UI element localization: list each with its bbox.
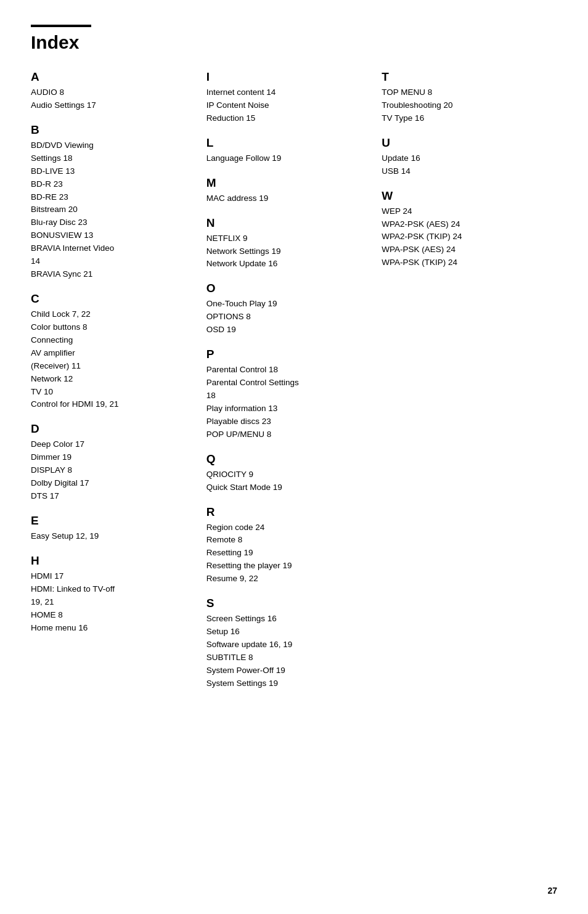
- section-q: QQRIOCITY 9Quick Start Mode 19: [206, 452, 370, 494]
- section-items: HDMI 17HDMI: Linked to TV-off19, 21HOME …: [31, 570, 194, 635]
- index-entry: 19, 21: [31, 596, 194, 609]
- index-entry: Screen Settings 16: [206, 613, 370, 626]
- section-items: BD/DVD ViewingSettings 18BD-LIVE 13BD-R …: [31, 139, 194, 281]
- index-entry: WEP 24: [382, 205, 545, 218]
- section-items: Deep Color 17Dimmer 19DISPLAY 8Dolby Dig…: [31, 438, 194, 503]
- index-entry: Bitstream 20: [31, 203, 194, 216]
- section-items: Easy Setup 12, 19: [31, 530, 194, 543]
- section-u: UUpdate 16USB 14: [382, 136, 545, 178]
- index-entry: Playable discs 23: [206, 415, 370, 428]
- index-entry: BD-R 23: [31, 178, 194, 191]
- section-letter: T: [382, 70, 545, 84]
- index-entry: POP UP/MENU 8: [206, 428, 370, 441]
- index-entry: (Receiver) 11: [31, 360, 194, 373]
- index-entry: HDMI: Linked to TV-off: [31, 583, 194, 596]
- section-items: Internet content 14IP Content NoiseReduc…: [206, 86, 370, 125]
- section-items: Child Lock 7, 22Color buttons 8Connectin…: [31, 308, 194, 411]
- index-entry: SUBTITLE 8: [206, 651, 370, 664]
- index-entry: NETFLIX 9: [206, 232, 370, 245]
- section-letter: U: [382, 136, 545, 150]
- index-entry: Parental Control Settings: [206, 377, 370, 390]
- index-entry: BRAVIA Sync 21: [31, 268, 194, 281]
- section-b: BBD/DVD ViewingSettings 18BD-LIVE 13BD-R…: [31, 123, 194, 281]
- section-letter: W: [382, 189, 545, 203]
- index-entry: Play information 13: [206, 402, 370, 415]
- section-t: TTOP MENU 8Troubleshooting 20TV Type 16: [382, 70, 545, 125]
- index-entry: AUDIO 8: [31, 86, 194, 99]
- index-entry: Network 12: [31, 373, 194, 386]
- section-letter: A: [31, 70, 194, 84]
- index-entry: Settings 18: [31, 152, 194, 165]
- section-c: CChild Lock 7, 22Color buttons 8Connecti…: [31, 292, 194, 411]
- index-entry: Troubleshooting 20: [382, 99, 545, 112]
- section-n: NNETFLIX 9Network Settings 19Network Upd…: [206, 216, 370, 271]
- index-entry: Connecting: [31, 334, 194, 347]
- index-entry: WPA2-PSK (TKIP) 24: [382, 231, 545, 243]
- section-p: PParental Control 18Parental Control Set…: [206, 348, 370, 441]
- index-entry: BONUSVIEW 13: [31, 229, 194, 242]
- section-e: EEasy Setup 12, 19: [31, 514, 194, 543]
- section-items: AUDIO 8Audio Settings 17: [31, 86, 194, 112]
- section-letter: B: [31, 123, 194, 137]
- index-entry: Update 16: [382, 152, 545, 165]
- index-entry: WPA2-PSK (AES) 24: [382, 218, 545, 231]
- section-items: QRIOCITY 9Quick Start Mode 19: [206, 468, 370, 494]
- section-letter: C: [31, 292, 194, 306]
- section-letter: H: [31, 554, 194, 568]
- index-entry: Dimmer 19: [31, 451, 194, 464]
- section-letter: L: [206, 136, 370, 150]
- index-entry: Setup 16: [206, 626, 370, 639]
- index-entry: Home menu 16: [31, 622, 194, 635]
- index-entry: Remote 8: [206, 534, 370, 547]
- index-entry: Blu-ray Disc 23: [31, 216, 194, 229]
- section-s: SScreen Settings 16Setup 16Software upda…: [206, 597, 370, 690]
- section-items: One-Touch Play 19OPTIONS 8OSD 19: [206, 298, 370, 337]
- index-entry: Easy Setup 12, 19: [31, 530, 194, 543]
- index-entry: System Power-Off 19: [206, 664, 370, 677]
- section-letter: M: [206, 176, 370, 190]
- index-entry: BD-LIVE 13: [31, 165, 194, 178]
- page: Index AAUDIO 8Audio Settings 17BBD/DVD V…: [0, 0, 588, 738]
- index-entry: Language Follow 19: [206, 152, 370, 165]
- section-letter: E: [31, 514, 194, 528]
- index-entry: OSD 19: [206, 324, 370, 337]
- index-entry: System Settings 19: [206, 677, 370, 690]
- section-items: Region code 24Remote 8Resetting 19Resett…: [206, 521, 370, 586]
- index-entry: Child Lock 7, 22: [31, 308, 194, 321]
- section-letter: P: [206, 348, 370, 361]
- index-entry: 14: [31, 255, 194, 268]
- section-items: Update 16USB 14: [382, 152, 545, 178]
- index-entry: Internet content 14: [206, 86, 370, 99]
- index-entry: Software update 16, 19: [206, 639, 370, 651]
- section-letter: R: [206, 505, 370, 519]
- index-entry: TV 10: [31, 386, 194, 399]
- index-entry: Network Update 16: [206, 258, 370, 271]
- index-entry: BD/DVD Viewing: [31, 139, 194, 152]
- index-entry: AV amplifier: [31, 347, 194, 360]
- index-column-col3: TTOP MENU 8Troubleshooting 20TV Type 16U…: [382, 70, 557, 280]
- index-entry: HOME 8: [31, 609, 194, 622]
- index-entry: Region code 24: [206, 521, 370, 534]
- section-items: Parental Control 18Parental Control Sett…: [206, 364, 370, 441]
- index-entry: Reduction 15: [206, 112, 370, 125]
- index-entry: One-Touch Play 19: [206, 298, 370, 311]
- index-entry: Quick Start Mode 19: [206, 481, 370, 494]
- index-entry: 18: [206, 390, 370, 402]
- index-columns: AAUDIO 8Audio Settings 17BBD/DVD Viewing…: [31, 70, 557, 701]
- index-entry: Resetting the player 19: [206, 560, 370, 573]
- page-title: Index: [31, 25, 91, 53]
- index-entry: Deep Color 17: [31, 438, 194, 451]
- index-entry: USB 14: [382, 165, 545, 178]
- index-entry: QRIOCITY 9: [206, 468, 370, 481]
- page-number: 27: [547, 886, 557, 896]
- index-entry: Network Settings 19: [206, 245, 370, 258]
- section-items: WEP 24WPA2-PSK (AES) 24WPA2-PSK (TKIP) 2…: [382, 205, 545, 270]
- index-entry: HDMI 17: [31, 570, 194, 583]
- index-entry: OPTIONS 8: [206, 311, 370, 324]
- section-items: Screen Settings 16Setup 16Software updat…: [206, 613, 370, 690]
- index-entry: Dolby Digital 17: [31, 477, 194, 490]
- index-entry: Parental Control 18: [206, 364, 370, 377]
- index-entry: MAC address 19: [206, 192, 370, 205]
- section-m: MMAC address 19: [206, 176, 370, 205]
- section-items: Language Follow 19: [206, 152, 370, 165]
